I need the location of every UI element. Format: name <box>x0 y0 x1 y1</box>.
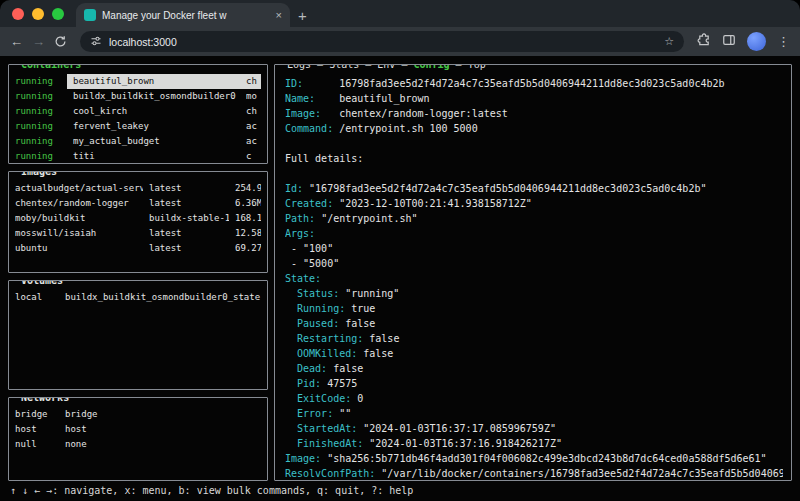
config-key: Image: <box>285 108 321 119</box>
bookmark-star-icon[interactable]: ☆ <box>664 35 674 48</box>
container-state: running <box>15 74 67 89</box>
inspector-tab[interactable]: Stats <box>311 64 359 70</box>
inspector-tab[interactable]: Env <box>359 64 395 70</box>
image-name: chentex/random-logger <box>15 196 143 211</box>
config-key: ID: <box>285 78 303 89</box>
config-line: Args: <box>285 226 783 241</box>
images-list: actualbudget/actual-serverlatest254.9MB … <box>15 181 261 256</box>
toolbar-right: ⋮ <box>697 32 790 51</box>
config-key: State: <box>285 273 321 284</box>
image-name: moby/buildkit <box>15 211 143 226</box>
volume-row[interactable]: localbuildx_buildkit_osmondbuilder0_stat… <box>15 290 261 305</box>
config-key: Dead: <box>285 363 327 374</box>
inspector-tab[interactable]: Config <box>395 64 449 70</box>
config-line: Running: true <box>285 301 783 316</box>
browser-menu-icon[interactable]: ⋮ <box>777 35 790 48</box>
config-key: Id: <box>285 183 303 194</box>
container-name: my_actual_budget <box>73 134 240 149</box>
image-row[interactable]: moby/buildkitbuildx-stable-1168.1MB <box>15 211 261 226</box>
site-info-icon[interactable] <box>90 33 102 51</box>
image-row[interactable]: ubuntulatest69.27MB <box>15 241 261 256</box>
image-tag: latest <box>149 196 229 211</box>
images-panel-title: Images <box>17 171 61 180</box>
image-row[interactable]: actualbudget/actual-serverlatest254.9MB <box>15 181 261 196</box>
image-size: 168.1MB <box>235 211 261 226</box>
image-tag: latest <box>149 181 229 196</box>
url-bar[interactable]: localhost:3000 ☆ <box>80 31 684 52</box>
browser-chrome: Manage your Docker fleet w × + ← → <box>0 0 800 56</box>
container-name: beautiful_brown <box>73 74 240 89</box>
config-line: Dead: false <box>285 361 783 376</box>
status-bar: ↑ ↓ ← →: navigate, x: menu, b: view bulk… <box>8 481 792 501</box>
browser-tab[interactable]: Manage your Docker fleet w × <box>76 3 290 27</box>
config-key: OOMKilled: <box>285 348 357 359</box>
network-row[interactable]: hosthost <box>15 422 261 437</box>
container-name: titi <box>73 149 240 164</box>
config-line: State: <box>285 271 783 286</box>
config-key: Path: <box>285 213 315 224</box>
config-key: Args: <box>285 228 315 239</box>
new-tab-button[interactable]: + <box>298 7 307 24</box>
config-key: Running: <box>285 303 345 314</box>
containers-list: runningbeautiful_brownch runningbuildx_b… <box>15 74 261 164</box>
window-zoom-button[interactable] <box>52 8 64 20</box>
config-value: "/entrypoint.sh" <box>315 213 417 224</box>
config-line: OOMKilled: false <box>285 346 783 361</box>
image-row[interactable]: mosswill/isaiahlatest12.58MB <box>15 226 261 241</box>
tab-favicon-icon <box>84 9 96 21</box>
config-value: chentex/random-logger:latest <box>321 108 508 119</box>
container-row[interactable]: runningfervent_leakeyac <box>15 119 261 134</box>
container-state: running <box>15 89 67 104</box>
inspector-tab[interactable]: Top <box>450 64 486 70</box>
config-line: Pid: 47575 <box>285 376 783 391</box>
container-name: buildx_buildkit_osmondbuilder0 <box>73 89 240 104</box>
config-value: "2024-01-03T16:37:17.085996759Z" <box>357 423 556 434</box>
networks-panel-title: Networks <box>17 397 73 406</box>
config-line <box>285 166 783 181</box>
inspector-tab[interactable]: Logs <box>287 64 311 70</box>
config-line: Id: "16798fad3ee5d2f4d72a4c7c35eafd5b5d0… <box>285 181 783 196</box>
tab-strip: Manage your Docker fleet w × + <box>0 0 800 27</box>
extensions-icon[interactable] <box>697 33 711 51</box>
config-line: Full details: <box>285 151 783 166</box>
image-row[interactable]: chentex/random-loggerlatest6.36MB <box>15 196 261 211</box>
config-line: ID: 16798fad3ee5d2f4d72a4c7c35eafd5b5d04… <box>285 76 783 91</box>
network-name: host <box>15 422 53 437</box>
back-button[interactable]: ← <box>10 35 23 48</box>
config-line: Path: "/entrypoint.sh" <box>285 211 783 226</box>
container-state: running <box>15 134 67 149</box>
network-row[interactable]: nullnone <box>15 437 261 452</box>
image-size: 12.58MB <box>235 226 261 241</box>
network-driver: bridge <box>65 407 261 422</box>
container-row[interactable]: runningbuildx_buildkit_osmondbuilder0mo <box>15 89 261 104</box>
container-image-abbrev: ac <box>246 134 261 149</box>
profile-avatar[interactable] <box>747 32 766 51</box>
window-close-button[interactable] <box>12 8 24 20</box>
volume-name: buildx_buildkit_osmondbuilder0_state <box>65 290 261 305</box>
containers-panel: Containers runningbeautiful_brownch runn… <box>8 64 268 164</box>
config-value: false <box>357 348 393 359</box>
config-line: ExitCode: 0 <box>285 391 783 406</box>
image-size: 254.9MB <box>235 181 261 196</box>
reload-button[interactable] <box>54 35 67 48</box>
network-row[interactable]: bridgebridge <box>15 407 261 422</box>
forward-button[interactable]: → <box>32 35 45 48</box>
volumes-panel-title: Volumes <box>17 280 67 289</box>
container-row[interactable]: runningtitic <box>15 149 261 164</box>
tab-close-icon[interactable]: × <box>276 9 282 21</box>
container-row[interactable]: runningcool_kirchch <box>15 104 261 119</box>
image-size: 69.27MB <box>235 241 261 256</box>
image-name: ubuntu <box>15 241 143 256</box>
config-value: Full details: <box>285 153 363 164</box>
container-state: running <box>15 149 67 164</box>
side-panel-icon[interactable] <box>722 33 736 51</box>
container-row[interactable]: runningmy_actual_budgetac <box>15 134 261 149</box>
url-text[interactable]: localhost:3000 <box>109 36 657 48</box>
volumes-panel: Volumes localbuildx_buildkit_osmondbuild… <box>8 280 268 390</box>
image-name: actualbudget/actual-server <box>15 181 143 196</box>
container-row[interactable]: runningbeautiful_brownch <box>15 74 261 89</box>
window-minimize-button[interactable] <box>32 8 44 20</box>
config-key: Created: <box>285 198 333 209</box>
config-value: "2023-12-10T00:21:41.938158712Z" <box>333 198 532 209</box>
config-value: true <box>345 303 375 314</box>
